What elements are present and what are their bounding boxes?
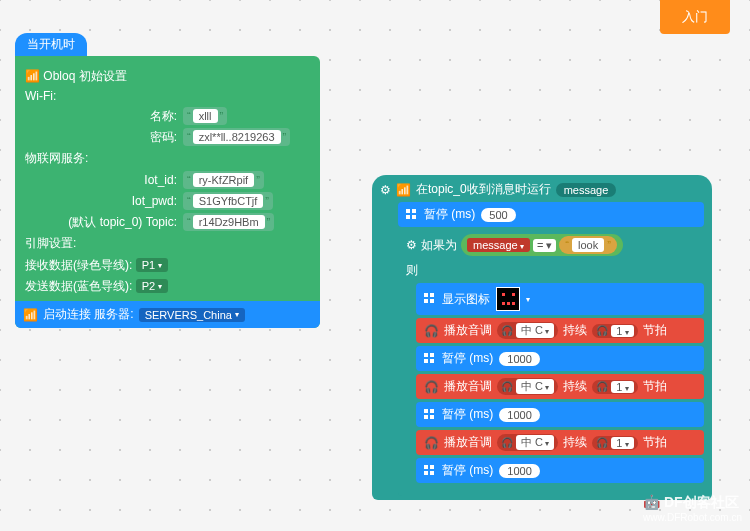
pwd-label: 密码: bbox=[25, 129, 183, 146]
grid-icon bbox=[424, 465, 436, 477]
note-slot[interactable]: 🎧中 C bbox=[497, 322, 558, 339]
pin-section: 引脚设置: bbox=[25, 235, 310, 252]
iotpwd-label: Iot_pwd: bbox=[25, 194, 183, 208]
message-param[interactable]: message bbox=[556, 183, 617, 197]
note-slot[interactable]: 🎧中 C bbox=[497, 378, 558, 395]
grid-icon bbox=[424, 353, 436, 365]
equals-dropdown[interactable]: = ▾ bbox=[533, 239, 556, 252]
name-label: 名称: bbox=[25, 108, 183, 125]
pause-value[interactable]: 1000 bbox=[499, 352, 539, 366]
obloq-init-block[interactable]: 📶 Obloq 初始设置 Wi-Fi: 名称:“xlll” 密码:“zxl**l… bbox=[15, 56, 320, 328]
wifi-icon: 📶 bbox=[396, 183, 411, 197]
grid-icon bbox=[424, 293, 436, 305]
if-block[interactable]: ⚙ 如果为 message = ▾ “look” bbox=[398, 230, 704, 260]
on-msg-title: 在topic_0收到消息时运行 bbox=[416, 181, 551, 198]
on-start-hat: 当开机时 bbox=[15, 33, 87, 56]
intro-button[interactable]: 入门 bbox=[660, 0, 730, 34]
pause-value[interactable]: 1000 bbox=[499, 464, 539, 478]
play-tone-block[interactable]: 🎧播放音调🎧中 C持续🎧1节拍 bbox=[416, 374, 704, 399]
pwd-slot[interactable]: “zxl**ll..8219263” bbox=[183, 128, 290, 146]
pause-value[interactable]: 500 bbox=[481, 208, 515, 222]
watermark: 🤖 DF创客社区 www.DFRobot.com.cn bbox=[643, 494, 742, 523]
topic-slot[interactable]: “r14Dz9HBm” bbox=[183, 213, 274, 231]
note-slot[interactable]: 🎧中 C bbox=[497, 434, 558, 451]
show-icon-block[interactable]: 显示图标▾ bbox=[416, 283, 704, 315]
tx-label: 发送数据(蓝色导线): bbox=[25, 278, 132, 295]
rx-label: 接收数据(绿色导线): bbox=[25, 257, 132, 274]
grid-icon bbox=[424, 409, 436, 421]
led-matrix-icon[interactable] bbox=[496, 287, 520, 311]
gear-icon[interactable]: ⚙ bbox=[380, 183, 391, 197]
wifi-section: Wi-Fi: bbox=[25, 89, 310, 103]
pause-block[interactable]: 暂停 (ms)1000 bbox=[416, 458, 704, 483]
start-label: 启动连接 服务器: bbox=[43, 306, 134, 323]
play-tone-block[interactable]: 🎧播放音调🎧中 C持续🎧1节拍 bbox=[416, 430, 704, 455]
iotid-label: Iot_id: bbox=[25, 173, 183, 187]
pause-block[interactable]: 暂停 (ms)500 bbox=[398, 202, 704, 227]
beat-slot[interactable]: 🎧1 bbox=[592, 324, 637, 338]
beat-slot[interactable]: 🎧1 bbox=[592, 436, 637, 450]
obloq-title: Obloq 初始设置 bbox=[43, 68, 126, 85]
message-var[interactable]: message bbox=[467, 238, 530, 252]
beat-slot[interactable]: 🎧1 bbox=[592, 380, 637, 394]
iotid-slot[interactable]: “ry-KfZRpif” bbox=[183, 171, 264, 189]
server-dropdown[interactable]: SERVERS_China bbox=[139, 308, 245, 322]
equals-operator[interactable]: message = ▾ “look” bbox=[461, 234, 623, 256]
name-slot[interactable]: “xlll” bbox=[183, 107, 227, 125]
grid-icon bbox=[406, 209, 418, 221]
headphone-icon: 🎧 bbox=[424, 436, 439, 450]
iot-section: 物联网服务: bbox=[25, 150, 310, 167]
string-slot[interactable]: “look” bbox=[559, 236, 617, 254]
iotpwd-slot[interactable]: “S1GYfbCTjf” bbox=[183, 192, 273, 210]
pause-block[interactable]: 暂停 (ms)1000 bbox=[416, 402, 704, 427]
then-label: 则 bbox=[398, 260, 704, 283]
on-message-block[interactable]: ⚙ 📶 在topic_0收到消息时运行 message 暂停 (ms)500 ⚙… bbox=[372, 175, 712, 500]
gear-icon[interactable]: ⚙ bbox=[406, 238, 417, 252]
topic-label: (默认 topic_0) Topic: bbox=[25, 214, 183, 231]
rx-dropdown[interactable]: P1 bbox=[136, 258, 168, 272]
wifi-icon: 📶 bbox=[25, 69, 40, 83]
tx-dropdown[interactable]: P2 bbox=[136, 279, 168, 293]
pause-block[interactable]: 暂停 (ms)1000 bbox=[416, 346, 704, 371]
pause-value[interactable]: 1000 bbox=[499, 408, 539, 422]
wifi-icon: 📶 bbox=[23, 308, 38, 322]
on-start-block[interactable]: 当开机时 📶 Obloq 初始设置 Wi-Fi: 名称:“xlll” 密码:“z… bbox=[15, 33, 320, 328]
headphone-icon: 🎧 bbox=[424, 380, 439, 394]
start-connect-block[interactable]: 📶 启动连接 服务器: SERVERS_China bbox=[15, 301, 320, 328]
headphone-icon: 🎧 bbox=[424, 324, 439, 338]
play-tone-block[interactable]: 🎧播放音调🎧中 C持续🎧1节拍 bbox=[416, 318, 704, 343]
